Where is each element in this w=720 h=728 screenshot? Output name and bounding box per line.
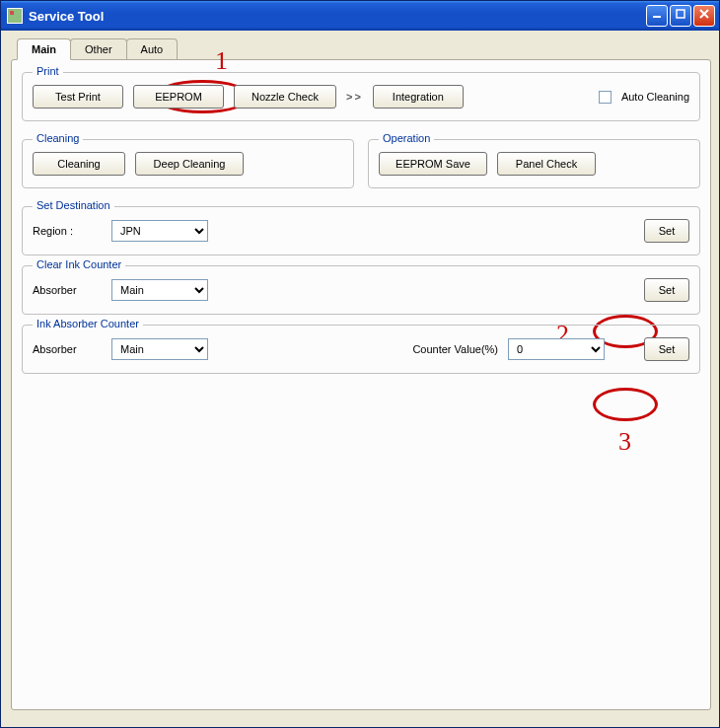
print-row: Test Print EEPROM Nozzle Check >> Integr… <box>33 85 689 109</box>
ink-absorber-label: Absorber <box>33 343 102 355</box>
legend-print: Print <box>33 65 63 77</box>
tab-auto[interactable]: Auto <box>126 38 179 59</box>
auto-cleaning-label: Auto Cleaning <box>621 91 689 103</box>
window-title: Service Tool <box>29 9 646 24</box>
clear-ink-set-button[interactable]: Set <box>644 278 689 302</box>
annotation-number-3: 3 <box>618 427 631 457</box>
group-print: Print Test Print EEPROM Nozzle Check >> … <box>22 72 700 121</box>
app-icon <box>7 8 23 24</box>
region-label: Region : <box>33 225 102 237</box>
titlebar: Service Tool <box>1 1 719 31</box>
legend-cleaning: Cleaning <box>33 132 83 144</box>
maximize-button[interactable] <box>670 5 691 27</box>
region-select[interactable]: JPN <box>111 220 208 242</box>
arrows-separator: >> <box>346 91 363 103</box>
group-clear-ink-counter: Clear Ink Counter Absorber Main Set <box>22 265 700 315</box>
counter-value-select[interactable]: 0 <box>508 338 605 360</box>
tab-main[interactable]: Main <box>17 38 71 60</box>
app-window: Service Tool Main Other Auto 1 Prin <box>0 0 720 728</box>
group-cleaning: Cleaning Cleaning Deep Cleaning <box>22 139 354 188</box>
clear-ink-absorber-label: Absorber <box>33 284 102 296</box>
nozzle-check-button[interactable]: Nozzle Check <box>234 85 336 109</box>
group-ink-absorber-counter: Ink Absorber Counter Absorber Main Count… <box>22 325 700 374</box>
window-controls <box>646 5 715 27</box>
destination-set-button[interactable]: Set <box>644 219 689 243</box>
group-set-destination: Set Destination Region : JPN Set <box>22 206 700 255</box>
tab-page-main: 1 Print Test Print EEPROM Nozzle Check >… <box>11 59 711 710</box>
test-print-button[interactable]: Test Print <box>33 85 123 109</box>
client-area: Main Other Auto 1 Print Test Print EEPRO… <box>1 31 719 718</box>
cleaning-button[interactable]: Cleaning <box>33 152 125 176</box>
minimize-button[interactable] <box>646 5 668 27</box>
legend-ink-absorber: Ink Absorber Counter <box>33 318 143 329</box>
clear-ink-absorber-select[interactable]: Main <box>111 279 208 301</box>
legend-operation: Operation <box>379 132 434 144</box>
integration-button[interactable]: Integration <box>373 85 464 109</box>
group-operation: Operation EEPROM Save Panel Check <box>368 139 700 188</box>
deep-cleaning-button[interactable]: Deep Cleaning <box>135 152 244 176</box>
ink-absorber-set-button[interactable]: Set <box>644 337 689 361</box>
auto-cleaning-checkbox[interactable] <box>599 91 612 104</box>
legend-clear-ink: Clear Ink Counter <box>33 258 125 270</box>
cleaning-operation-row: Cleaning Cleaning Deep Cleaning Operatio… <box>22 131 700 198</box>
legend-destination: Set Destination <box>33 199 114 211</box>
eeprom-save-button[interactable]: EEPROM Save <box>379 152 487 176</box>
svg-rect-0 <box>653 16 661 18</box>
panel-check-button[interactable]: Panel Check <box>497 152 596 176</box>
tab-other[interactable]: Other <box>70 38 127 59</box>
tab-strip: Main Other Auto <box>17 38 711 59</box>
annotation-circle-3 <box>593 388 658 421</box>
eeprom-button[interactable]: EEPROM <box>133 85 224 109</box>
counter-value-label: Counter Value(%) <box>412 343 498 355</box>
svg-rect-1 <box>677 10 684 18</box>
close-button[interactable] <box>693 5 715 27</box>
ink-absorber-select[interactable]: Main <box>111 338 208 360</box>
